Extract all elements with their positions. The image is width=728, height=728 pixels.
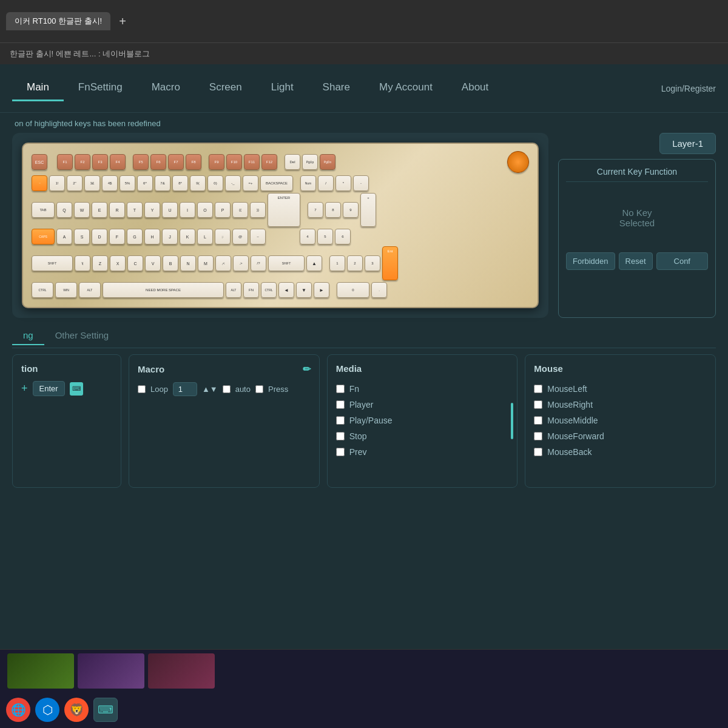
key-shift-right[interactable]: SHIFT bbox=[268, 255, 305, 271]
key-shift-left[interactable]: SHIFT bbox=[32, 255, 73, 271]
mouse-forward-checkbox[interactable] bbox=[534, 432, 542, 440]
key-v[interactable]: V bbox=[145, 255, 161, 271]
key-r[interactable]: R bbox=[109, 202, 125, 218]
key-f6[interactable]: F6 bbox=[150, 154, 166, 170]
key-down[interactable]: ▼ bbox=[296, 282, 312, 298]
key-esc[interactable]: ESC bbox=[32, 154, 47, 170]
key-f7[interactable]: F7 bbox=[168, 154, 184, 170]
key-numdot[interactable]: . bbox=[371, 282, 387, 298]
nav-tab-light[interactable]: Light bbox=[257, 75, 308, 101]
key-encoder[interactable] bbox=[507, 151, 529, 173]
key-pgdn[interactable]: PgDn bbox=[320, 154, 335, 170]
reset-key-button[interactable]: Reset bbox=[619, 252, 653, 270]
key-2[interactable]: 2" bbox=[67, 175, 83, 191]
taskbar-app-icon[interactable]: ⌨ bbox=[93, 698, 118, 722]
key-tilde[interactable]: ⁻ bbox=[32, 175, 47, 191]
key-backslash[interactable]: \| bbox=[75, 255, 90, 271]
browser-tab-1[interactable]: 이커 RT100 한글판 출시! bbox=[6, 12, 110, 30]
thumb-3[interactable] bbox=[148, 653, 215, 689]
key-q[interactable]: Q bbox=[56, 202, 72, 218]
key-num1[interactable]: 1 bbox=[329, 255, 345, 271]
taskbar-edge-icon[interactable]: ⬡ bbox=[35, 698, 59, 722]
key-u[interactable]: U bbox=[162, 202, 178, 218]
media-prev-checkbox[interactable] bbox=[336, 448, 345, 456]
key-8[interactable]: 8* bbox=[172, 175, 188, 191]
key-e[interactable]: E bbox=[92, 202, 107, 218]
macro-edit-icon[interactable]: ✏ bbox=[303, 363, 311, 375]
press-checkbox[interactable] bbox=[255, 385, 263, 393]
key-backspace[interactable]: BACKSPACE bbox=[260, 175, 293, 191]
key-m[interactable]: M bbox=[198, 255, 214, 271]
bottom-tab-ng[interactable]: ng bbox=[12, 326, 44, 345]
key-3[interactable]: 3£ bbox=[84, 175, 100, 191]
media-fn-checkbox[interactable] bbox=[336, 385, 345, 393]
nav-tab-screen[interactable]: Screen bbox=[195, 75, 257, 101]
key-4[interactable]: 4$ bbox=[102, 175, 118, 191]
key-win[interactable]: WIN bbox=[55, 282, 77, 298]
loop-checkbox[interactable] bbox=[138, 385, 146, 393]
loop-spinner[interactable]: ▲▼ bbox=[202, 385, 218, 394]
key-p[interactable]: P bbox=[215, 202, 231, 218]
key-0[interactable]: 0) bbox=[207, 175, 223, 191]
mouse-right-checkbox[interactable] bbox=[534, 400, 542, 409]
thumb-2[interactable] bbox=[78, 653, 144, 689]
conf-button[interactable]: Conf bbox=[656, 252, 708, 270]
key-rbracket[interactable]: }} bbox=[250, 202, 266, 218]
taskbar-chrome-icon[interactable]: 🌐 bbox=[6, 698, 30, 722]
mouse-middle-checkbox[interactable] bbox=[534, 416, 542, 425]
key-num4[interactable]: 4 bbox=[300, 229, 315, 244]
key-num0[interactable]: 0 bbox=[337, 282, 369, 298]
key-x[interactable]: X bbox=[110, 255, 126, 271]
nav-tab-myaccount[interactable]: My Account bbox=[365, 75, 447, 101]
key-tab[interactable]: TAB bbox=[32, 202, 55, 218]
mouse-left-checkbox[interactable] bbox=[534, 385, 542, 393]
key-f[interactable]: F bbox=[109, 229, 125, 244]
nav-tab-main[interactable]: Main bbox=[12, 75, 64, 101]
key-num7[interactable]: 7 bbox=[308, 202, 323, 218]
key-b[interactable]: B bbox=[163, 255, 178, 271]
key-a[interactable]: A bbox=[56, 229, 72, 244]
key-9[interactable]: 9( bbox=[190, 175, 206, 191]
key-f5[interactable]: F5 bbox=[133, 154, 149, 170]
key-s[interactable]: S bbox=[74, 229, 90, 244]
key-right[interactable]: ► bbox=[314, 282, 329, 298]
key-quote[interactable]: @ bbox=[232, 229, 248, 244]
new-tab-button[interactable]: + bbox=[114, 12, 131, 31]
key-up[interactable]: ▲ bbox=[306, 255, 322, 271]
layer-badge[interactable]: Layer-1 bbox=[659, 133, 716, 154]
key-f2[interactable]: F2 bbox=[75, 154, 90, 170]
key-semicolon[interactable]: ;: bbox=[215, 229, 231, 244]
taskbar-brave-icon[interactable]: 🦁 bbox=[64, 698, 89, 722]
key-ctrl-right[interactable]: CTRL bbox=[261, 282, 277, 298]
key-c[interactable]: C bbox=[127, 255, 143, 271]
media-stop-checkbox[interactable] bbox=[336, 432, 345, 440]
key-f11[interactable]: F11 bbox=[244, 154, 260, 170]
nav-tab-macro[interactable]: Macro bbox=[137, 75, 195, 101]
key-d[interactable]: D bbox=[92, 229, 107, 244]
key-ctrl-left[interactable]: CTRL bbox=[32, 282, 53, 298]
key-slash[interactable]: /? bbox=[251, 255, 266, 271]
key-6[interactable]: 6^ bbox=[137, 175, 153, 191]
media-player-checkbox[interactable] bbox=[336, 400, 345, 409]
key-numstar[interactable]: * bbox=[335, 175, 351, 191]
key-num2[interactable]: 2 bbox=[347, 255, 363, 271]
key-del[interactable]: Del bbox=[285, 154, 300, 170]
key-num8[interactable]: 8 bbox=[325, 202, 341, 218]
key-left[interactable]: ◄ bbox=[278, 282, 294, 298]
key-f3[interactable]: F3 bbox=[92, 154, 108, 170]
key-pgup[interactable]: PgUp bbox=[302, 154, 318, 170]
key-num9[interactable]: 9 bbox=[343, 202, 359, 218]
key-o[interactable]: O bbox=[197, 202, 213, 218]
key-num3[interactable]: 3 bbox=[365, 255, 380, 271]
forbidden-button[interactable]: Forbidden bbox=[566, 252, 615, 270]
key-numenter[interactable]: Ent bbox=[382, 246, 398, 280]
thumb-1[interactable] bbox=[7, 653, 74, 689]
key-alt-left[interactable]: ALT bbox=[79, 282, 101, 298]
key-num6[interactable]: 6 bbox=[335, 229, 351, 244]
key-j[interactable]: J bbox=[162, 229, 178, 244]
key-alt-right[interactable]: ALT bbox=[226, 282, 241, 298]
key-lbracket[interactable]: {{ bbox=[232, 202, 248, 218]
key-i[interactable]: I bbox=[180, 202, 195, 218]
key-numslash[interactable]: / bbox=[318, 175, 334, 191]
bottom-tab-other[interactable]: Other Setting bbox=[44, 326, 120, 345]
